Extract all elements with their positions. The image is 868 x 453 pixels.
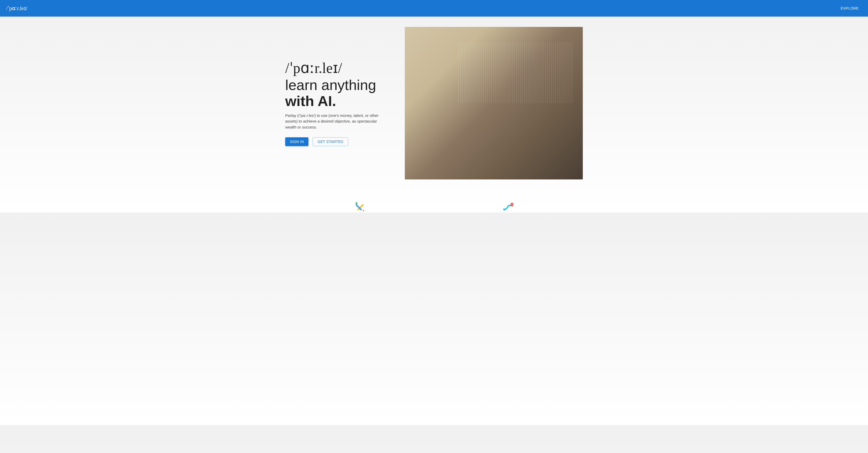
hero-description: Parlay (/ˈpɑːr.leɪ/) to use (one's money… <box>285 113 389 130</box>
get-started-button[interactable]: GET STARTED <box>313 137 348 146</box>
features-row <box>279 200 589 213</box>
hero-section: /ˈpɑːr.leɪ/ learn anything with AI. Parl… <box>279 17 589 190</box>
hero-title-ipa: /ˈpɑːr.leɪ/ <box>285 60 389 76</box>
hero-text-block: /ˈpɑːr.leɪ/ learn anything with AI. Parl… <box>285 60 389 146</box>
hero-subtitle-bold: with AI. <box>285 93 336 109</box>
hero-button-row: SIGN IN GET STARTED <box>285 137 389 146</box>
app-header: /ˈpɑːr.leɪ/ EXPLORE <box>0 0 868 17</box>
tools-icon <box>353 200 366 213</box>
signin-button[interactable]: SIGN IN <box>285 137 308 146</box>
hero-subtitle-plain: learn anything <box>285 77 376 93</box>
svg-point-5 <box>512 204 513 205</box>
hero-image <box>405 27 583 179</box>
top-nav: EXPLORE <box>838 6 862 10</box>
route-icon <box>502 200 515 213</box>
hero-subtitle: learn anything with AI. <box>285 77 389 109</box>
brand-logo[interactable]: /ˈpɑːr.leɪ/ <box>6 5 27 11</box>
svg-point-4 <box>503 208 505 210</box>
svg-point-2 <box>355 202 358 204</box>
svg-marker-3 <box>363 209 364 211</box>
nav-explore[interactable]: EXPLORE <box>838 4 862 12</box>
